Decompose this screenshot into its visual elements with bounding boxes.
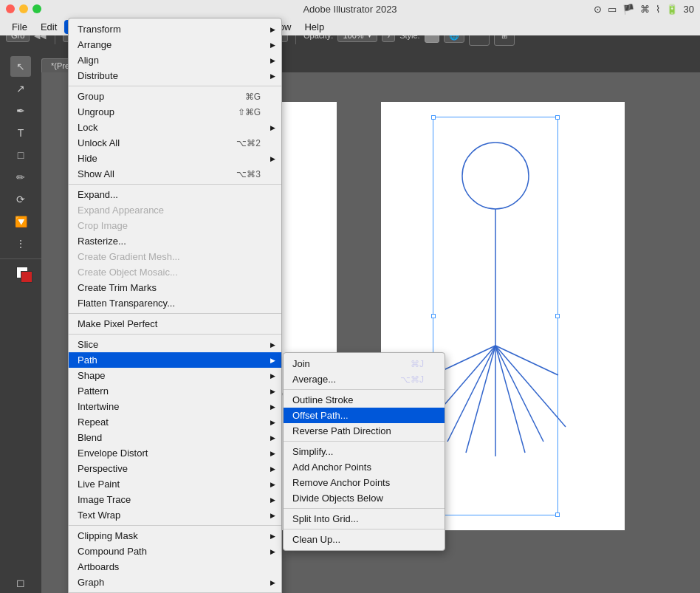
traffic-lights xyxy=(0,4,41,13)
wifi-icon: ⌇ xyxy=(656,4,660,15)
menu-expand[interactable]: Expand... xyxy=(69,187,281,202)
menu-blend[interactable]: Blend xyxy=(69,430,281,445)
menu-group[interactable]: Group ⌘G xyxy=(69,89,281,104)
airplay-icon: ▭ xyxy=(608,4,617,15)
pencil-tool[interactable]: ✏ xyxy=(10,167,31,188)
system-icons: ⊙ ▭ 🏴 ⌘ ⌇ 🔋 30 xyxy=(594,4,700,15)
mode-tool[interactable]: ◻ xyxy=(10,572,31,593)
menu-hide[interactable]: Hide xyxy=(69,151,281,166)
path-sep-2 xyxy=(284,441,445,442)
group-shortcut: ⌘G xyxy=(245,92,272,102)
menu-repeat[interactable]: Repeat xyxy=(69,414,281,430)
menu-arrange[interactable]: Arrange xyxy=(69,37,281,52)
menu-graph[interactable]: Graph xyxy=(69,575,281,590)
menu-sep-3 xyxy=(69,313,281,314)
path-sep-4 xyxy=(284,529,445,529)
join-label: Join xyxy=(292,358,310,369)
menu-show-all[interactable]: Show All ⌥⌘3 xyxy=(69,166,281,182)
submenu-add-anchor[interactable]: Add Anchor Points xyxy=(284,459,445,475)
submenu-join[interactable]: Join ⌘J xyxy=(284,356,445,371)
submenu-remove-anchor[interactable]: Remove Anchor Points xyxy=(284,475,445,490)
menu-shape[interactable]: Shape xyxy=(69,368,281,383)
transform-tool[interactable]: ⟳ xyxy=(10,189,31,210)
menu-file[interactable]: File xyxy=(6,20,33,34)
menu-crop-image: Crop Image xyxy=(69,218,281,233)
menu-align[interactable]: Align xyxy=(69,52,281,68)
time-display: 30 xyxy=(684,4,694,15)
unlock-all-shortcut: ⌥⌘2 xyxy=(236,138,272,148)
menu-flatten[interactable]: Flatten Transparency... xyxy=(69,295,281,311)
svg-line-17 xyxy=(495,346,525,453)
menu-path[interactable]: Path Join ⌘J Average... ⌥⌘J Outline Stro… xyxy=(69,352,281,368)
svg-point-11 xyxy=(462,143,529,209)
submenu-outline-stroke[interactable]: Outline Stroke xyxy=(284,392,445,408)
menu-distribute[interactable]: Distribute xyxy=(69,68,281,83)
close-button[interactable] xyxy=(6,4,15,13)
tools-panel: ↖ ↗ ✒ T □ ✏ ⟳ 🔽 ⋮ ◻ xyxy=(0,53,41,593)
submenu-average[interactable]: Average... ⌥⌘J xyxy=(284,371,445,387)
object-menu: Transform Arrange Align Distribute Group… xyxy=(68,18,282,593)
menu-help[interactable]: Help xyxy=(298,20,330,34)
submenu-clean-up[interactable]: Clean Up... xyxy=(284,532,445,547)
direct-select-tool[interactable]: ↗ xyxy=(10,78,31,99)
menu-object-mosaic: Create Object Mosaic... xyxy=(69,264,281,280)
select-tool[interactable]: ↖ xyxy=(10,56,31,77)
ungroup-shortcut: ⇧⌘G xyxy=(238,107,272,117)
bluetooth-icon: ⌘ xyxy=(640,4,650,15)
pen-tool[interactable]: ✒ xyxy=(10,100,31,121)
menu-edit[interactable]: Edit xyxy=(35,20,63,34)
menu-sep-5 xyxy=(69,525,281,526)
ungroup-label: Ungroup xyxy=(78,106,114,117)
blend-tool[interactable]: ⋮ xyxy=(10,233,31,254)
average-shortcut: ⌥⌘J xyxy=(400,374,436,385)
submenu-split-grid[interactable]: Split Into Grid... xyxy=(284,511,445,527)
menu-artboards[interactable]: Artboards xyxy=(69,559,281,575)
menu-trim-marks[interactable]: Create Trim Marks xyxy=(69,280,281,295)
menu-unlock-all[interactable]: Unlock All ⌥⌘2 xyxy=(69,135,281,151)
submenu-reverse-path[interactable]: Reverse Path Direction xyxy=(284,423,445,439)
text-tool[interactable]: T xyxy=(10,123,31,143)
maximize-button[interactable] xyxy=(32,4,41,13)
menu-text-wrap[interactable]: Text Wrap xyxy=(69,507,281,523)
path-label: Path xyxy=(78,354,97,366)
group-label: Group xyxy=(78,91,104,102)
menu-clipping-mask[interactable]: Clipping Mask xyxy=(69,528,281,544)
path-sep-3 xyxy=(284,508,445,509)
titlebar: Adobe Illustrator 2023 ⊙ ▭ 🏴 ⌘ ⌇ 🔋 30 xyxy=(0,0,700,18)
menu-compound-path[interactable]: Compound Path xyxy=(69,544,281,559)
fill-stroke[interactable] xyxy=(10,264,31,284)
screen-icon: ⊙ xyxy=(594,4,602,15)
submenu-divide-objects[interactable]: Divide Objects Below xyxy=(284,490,445,506)
menu-expand-appearance: Expand Appearance xyxy=(69,202,281,218)
menu-live-paint[interactable]: Live Paint xyxy=(69,476,281,492)
menu-intertwine[interactable]: Intertwine xyxy=(69,399,281,414)
menu-perspective[interactable]: Perspective xyxy=(69,461,281,476)
menu-lock[interactable]: Lock xyxy=(69,120,281,135)
menu-rasterize[interactable]: Rasterize... xyxy=(69,233,281,249)
submenu-simplify[interactable]: Simplify... xyxy=(284,444,445,459)
submenu-offset-path[interactable]: Offset Path... xyxy=(284,408,445,423)
menu-sep-4 xyxy=(69,334,281,335)
menu-transform[interactable]: Transform xyxy=(69,21,281,37)
eyedropper-tool[interactable]: 🔽 xyxy=(10,211,31,232)
path-sep-1 xyxy=(284,389,445,390)
menu-ungroup[interactable]: Ungroup ⇧⌘G xyxy=(69,104,281,120)
menu-pixel-perfect[interactable]: Make Pixel Perfect xyxy=(69,316,281,332)
menu-image-trace[interactable]: Image Trace xyxy=(69,492,281,507)
battery-icon: 🔋 xyxy=(666,4,678,15)
minimize-button[interactable] xyxy=(19,4,28,13)
unlock-all-label: Unlock All xyxy=(78,137,120,148)
show-all-shortcut: ⌥⌘3 xyxy=(236,169,272,179)
show-all-label: Show All xyxy=(78,168,114,179)
menu-sep-2 xyxy=(69,184,281,185)
flag-icon: 🏴 xyxy=(622,4,634,15)
shape-tool[interactable]: □ xyxy=(10,145,31,165)
menu-sep-1 xyxy=(69,86,281,86)
average-label: Average... xyxy=(292,374,336,385)
menu-slice[interactable]: Slice xyxy=(69,337,281,352)
app-title: Adobe Illustrator 2023 xyxy=(303,4,397,15)
menu-gradient-mesh: Create Gradient Mesh... xyxy=(69,249,281,264)
menu-pattern[interactable]: Pattern xyxy=(69,383,281,399)
tools-sep xyxy=(0,258,41,259)
menu-envelope-distort[interactable]: Envelope Distort xyxy=(69,445,281,461)
